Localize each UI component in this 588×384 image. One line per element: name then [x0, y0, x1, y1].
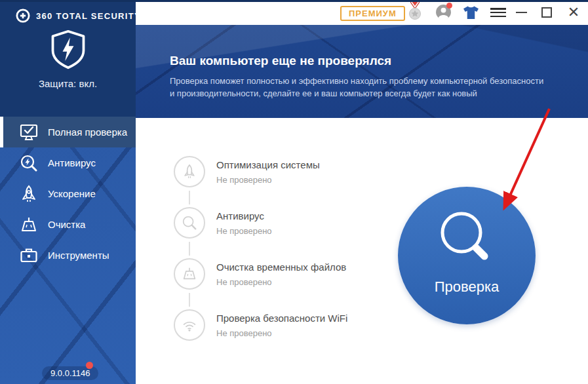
- rocket-icon: [174, 156, 205, 187]
- monitor-check-icon: [20, 123, 38, 142]
- scan-button-label: Проверка: [435, 278, 500, 296]
- user-account-icon[interactable]: [435, 4, 452, 20]
- sidebar-item-antivirus[interactable]: Антивирус: [0, 147, 136, 178]
- scan-button[interactable]: Проверка: [398, 187, 536, 324]
- minimize-button[interactable]: [516, 12, 527, 13]
- broom-icon: [20, 216, 38, 234]
- app-logo-text: 360 TOTAL SECURITY: [36, 11, 141, 21]
- sidebar-item-label: Очистка: [48, 219, 85, 230]
- checklist-item-status: Не проверено: [216, 277, 346, 287]
- sidebar-item-speedup[interactable]: Ускорение: [0, 178, 136, 209]
- status-header: Ваш компьютер еще не проверялся Проверка…: [136, 25, 588, 118]
- sidebar-item-full-check[interactable]: Полная проверка: [0, 117, 136, 147]
- toolbox-icon: [20, 246, 38, 265]
- checklist-item: Проверка безопасности WiFi Не проверено: [174, 309, 347, 341]
- connector-line: [189, 242, 190, 256]
- logo-plus-circle-icon: [16, 9, 30, 23]
- main-menu-icon[interactable]: [490, 8, 506, 17]
- checklist-item: Оптимизация системы Не проверено: [174, 156, 320, 187]
- sidebar-item-label: Ускорение: [48, 188, 96, 199]
- checklist-item-status: Не проверено: [216, 328, 347, 338]
- window-top-border: [0, 0, 588, 2]
- checklist-item-title: Очистка временных файлов: [216, 261, 346, 273]
- protection-shield-icon: [49, 29, 87, 73]
- sidebar-protection-panel: 360 TOTAL SECURITY Защита: вкл.: [0, 0, 136, 117]
- checklist-item: Очистка временных файлов Не проверено: [174, 258, 346, 290]
- titlebar: ПРЕМИУМ ✕: [136, 0, 588, 25]
- app-logo: 360 TOTAL SECURITY: [0, 0, 136, 23]
- page-description: Проверка поможет полностью и эффективно …: [170, 75, 550, 100]
- magnifier-icon: [434, 208, 500, 276]
- checklist-item: Антивирус Не проверено: [174, 207, 272, 239]
- scan-checklist: Оптимизация системы Не проверено Антивир…: [174, 118, 397, 384]
- sidebar-item-label: Инструменты: [48, 250, 109, 261]
- sidebar-item-label: Антивирус: [48, 157, 96, 168]
- user-notification-dot: [446, 3, 452, 9]
- sidebar-nav: Полная проверка Антивирус: [0, 117, 136, 271]
- sidebar: 360 TOTAL SECURITY Защита: вкл. Полная п…: [0, 0, 136, 384]
- magnifier-icon: [174, 207, 205, 239]
- update-notification-dot: [86, 362, 93, 369]
- medal-icon[interactable]: [408, 1, 422, 21]
- antivirus-scan-icon: [20, 154, 38, 172]
- sidebar-item-cleanup[interactable]: Очистка: [0, 209, 136, 240]
- checklist-item-title: Проверка безопасности WiFi: [216, 313, 347, 324]
- checklist-item-status: Не проверено: [216, 175, 320, 185]
- broom-icon: [174, 258, 205, 290]
- connector-line: [189, 191, 190, 204]
- premium-button[interactable]: ПРЕМИУМ: [340, 6, 405, 21]
- maximize-button[interactable]: [541, 7, 552, 18]
- main-content: Оптимизация системы Не проверено Антивир…: [136, 118, 588, 384]
- rocket-icon: [20, 185, 38, 203]
- sidebar-item-label: Полная проверка: [48, 126, 127, 138]
- checklist-item-status: Не проверено: [216, 226, 272, 236]
- sidebar-item-tools[interactable]: Инструменты: [0, 240, 136, 271]
- page-title: Ваш компьютер еще не проверялся: [170, 54, 588, 68]
- theme-tshirt-icon[interactable]: [463, 5, 479, 20]
- checklist-item-title: Оптимизация системы: [216, 159, 320, 170]
- wifi-icon: [174, 309, 205, 341]
- connector-line: [189, 293, 190, 307]
- protection-status-label: Защита: вкл.: [39, 78, 97, 89]
- close-button[interactable]: ✕: [565, 4, 582, 21]
- checklist-item-title: Антивирус: [216, 210, 272, 221]
